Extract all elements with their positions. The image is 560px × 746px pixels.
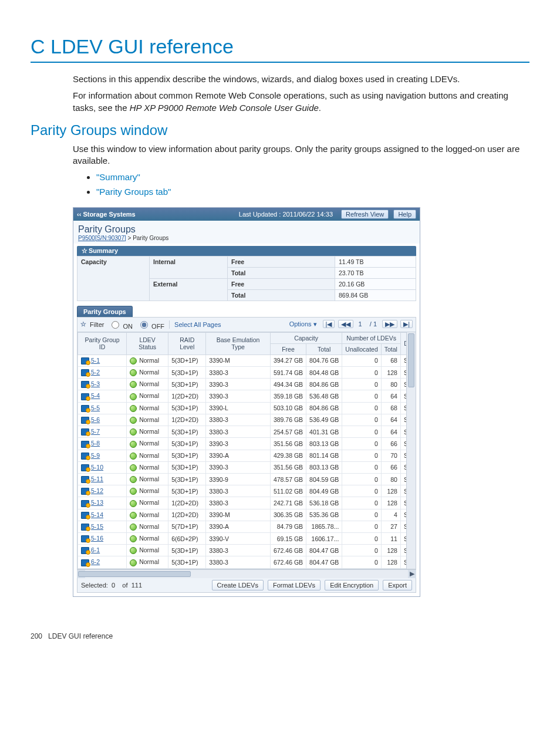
col-capacity-free[interactable]: Free	[270, 343, 306, 355]
scroll-right-icon[interactable]: ▶	[408, 570, 416, 578]
link-parity-groups-tab[interactable]: "Parity Groups tab"	[96, 187, 171, 197]
pager-page-total: / 1	[367, 320, 379, 328]
table-row[interactable]: 5-14Normal1(2D+2D)3390-M306.35 GB535.36 …	[78, 509, 416, 521]
emulation-type-value: 3390-A	[206, 521, 271, 532]
table-row[interactable]: 5-12Normal5(3D+1P)3380-3511.02 GB804.49 …	[78, 485, 416, 497]
table-row[interactable]: 5-6Normal1(2D+2D)3380-3389.76 GB536.49 G…	[78, 414, 416, 426]
parity-group-id-link[interactable]: 5-15	[91, 523, 103, 530]
intro-paragraph-2: For information about common Remote Web …	[73, 90, 529, 114]
titlebar-context[interactable]: Storage Systems	[83, 211, 135, 218]
table-row[interactable]: 6-2Normal5(3D+1P)3380-3672.46 GB804.47 G…	[78, 556, 416, 568]
options-dropdown[interactable]: Options ▾	[289, 320, 317, 328]
select-all-pages-link[interactable]: Select All Pages	[174, 321, 221, 328]
emulation-type-value: 3390-3	[206, 379, 271, 390]
status-normal-icon	[130, 476, 137, 483]
vertical-scrollbar[interactable]	[406, 332, 416, 569]
col-number-of-ldevs[interactable]: Number of LDEVs	[342, 332, 401, 343]
parity-group-icon	[81, 369, 89, 376]
raid-level-value: 1(2D+2D)	[168, 509, 206, 521]
col-capacity-total[interactable]: Total	[306, 343, 342, 355]
ldevs-total-value: 64	[381, 390, 400, 402]
table-row[interactable]: 5-11Normal5(3D+1P)3390-9478.57 GB804.59 …	[78, 473, 416, 485]
pager-prev-button[interactable]: ◀◀	[338, 320, 353, 328]
parity-group-id-link[interactable]: 5-1	[91, 357, 100, 364]
ldev-status-value: Normal	[139, 357, 159, 364]
parity-group-id-link[interactable]: 5-2	[91, 369, 100, 376]
col-raid-level[interactable]: RAID Level	[168, 332, 206, 355]
parity-group-id-link[interactable]: 5-10	[91, 464, 103, 471]
table-row[interactable]: 5-1Normal5(3D+1P)3390-M394.27 GB804.76 G…	[78, 355, 416, 366]
ldevs-unallocated-value: 0	[342, 545, 381, 556]
parity-group-id-link[interactable]: 5-13	[91, 499, 103, 506]
table-row[interactable]: 5-8Normal5(3D+1P)3390-3351.56 GB803.13 G…	[78, 438, 416, 450]
ldevs-unallocated-value: 0	[342, 461, 381, 473]
emulation-type-value: 3390-3	[206, 461, 271, 473]
col-capacity[interactable]: Capacity	[270, 332, 342, 343]
table-row[interactable]: 5-16Normal6(6D+2P)3390-V69.15 GB1606.17.…	[78, 533, 416, 545]
parity-group-icon	[81, 535, 89, 542]
create-ldevs-button[interactable]: Create LDEVs	[212, 580, 264, 590]
col-ldevs-total[interactable]: Total	[381, 343, 400, 355]
capacity-free-value: 591.74 GB	[270, 366, 306, 378]
parity-group-id-link[interactable]: 6-1	[91, 546, 100, 553]
table-row[interactable]: 5-7Normal5(3D+1P)3380-3254.57 GB401.31 G…	[78, 426, 416, 438]
heading-appendix: C LDEV GUI reference	[31, 35, 529, 63]
parity-group-id-link[interactable]: 5-7	[91, 428, 100, 435]
pager-next-button[interactable]: ▶▶	[382, 320, 397, 328]
back-chevron-icon[interactable]: ‹‹	[77, 211, 81, 218]
link-summary[interactable]: "Summary"	[96, 172, 140, 182]
raid-level-value: 5(7D+1P)	[168, 521, 206, 532]
status-normal-icon	[130, 357, 137, 364]
filter-off-radio[interactable]: OFF	[137, 319, 164, 330]
help-button[interactable]: Help	[393, 210, 416, 219]
col-ldev-status[interactable]: LDEV Status	[127, 332, 168, 355]
parity-group-id-link[interactable]: 5-11	[91, 475, 103, 482]
horizontal-scrollbar[interactable]: ◀ ▶	[77, 569, 416, 578]
summary-internal-header: Internal	[150, 256, 228, 278]
ldev-status-value: Normal	[139, 487, 159, 494]
filter-on-radio[interactable]: ON	[109, 319, 133, 330]
col-ldevs-unallocated[interactable]: Unallocated	[342, 343, 381, 355]
tab-parity-groups[interactable]: Parity Groups	[77, 306, 133, 317]
col-base-emulation-type[interactable]: Base Emulation Type	[206, 332, 271, 355]
table-row[interactable]: 5-10Normal5(3D+1P)3390-3351.56 GB803.13 …	[78, 461, 416, 473]
parity-group-id-link[interactable]: 5-14	[91, 511, 103, 518]
parity-group-id-link[interactable]: 5-4	[91, 392, 100, 399]
edit-encryption-button[interactable]: Edit Encryption	[325, 580, 379, 590]
capacity-free-value: 511.02 GB	[270, 485, 306, 497]
table-row[interactable]: 6-1Normal5(3D+1P)3380-3672.46 GB804.47 G…	[78, 545, 416, 556]
format-ldevs-button[interactable]: Format LDEVs	[268, 580, 321, 590]
parity-group-id-link[interactable]: 5-9	[91, 452, 100, 459]
breadcrumb-system-link[interactable]: P9500[S/N:90307]	[78, 235, 126, 241]
parity-group-id-link[interactable]: 5-12	[91, 487, 103, 494]
export-button[interactable]: Export	[383, 580, 412, 590]
parity-group-id-link[interactable]: 5-3	[91, 380, 100, 387]
parity-group-id-link[interactable]: 5-16	[91, 535, 103, 542]
summary-section-header[interactable]: ☆ Summary	[77, 246, 416, 256]
table-row[interactable]: 5-9Normal5(3D+1P)3390-A429.38 GB801.14 G…	[78, 450, 416, 461]
table-row[interactable]: 5-15Normal5(7D+1P)3390-A84.79 GB1865.78.…	[78, 521, 416, 532]
parity-group-id-link[interactable]: 6-2	[91, 558, 100, 565]
emulation-type-value: 3380-3	[206, 545, 271, 556]
collapse-icon: ☆	[80, 320, 85, 328]
refresh-view-button[interactable]: Refresh View	[341, 210, 389, 219]
capacity-total-value: 804.59 GB	[306, 473, 342, 485]
table-row[interactable]: 5-2Normal5(3D+1P)3380-3591.74 GB804.48 G…	[78, 366, 416, 378]
table-row[interactable]: 5-5Normal5(3D+1P)3390-L503.10 GB804.86 G…	[78, 402, 416, 414]
summary-external-free-label: Free	[228, 278, 335, 289]
titlebar: ‹‹ Storage Systems Last Updated : 2011/0…	[73, 208, 420, 221]
parity-group-id-link[interactable]: 5-5	[91, 404, 100, 411]
table-row[interactable]: 5-13Normal1(2D+2D)3380-3242.71 GB536.18 …	[78, 497, 416, 509]
table-row[interactable]: 5-3Normal5(3D+1P)3390-3494.34 GB804.86 G…	[78, 379, 416, 390]
parity-group-id-link[interactable]: 5-8	[91, 440, 100, 447]
status-normal-icon	[130, 535, 137, 542]
capacity-total-value: 535.36 GB	[306, 509, 342, 521]
parity-group-id-link[interactable]: 5-6	[91, 416, 100, 423]
raid-level-value: 5(3D+1P)	[168, 545, 206, 556]
pager-last-button[interactable]: ▶|	[400, 320, 413, 328]
ldevs-total-value: 68	[381, 402, 400, 414]
col-parity-group-id[interactable]: Parity Group ID	[78, 332, 127, 355]
table-row[interactable]: 5-4Normal1(2D+2D)3390-3359.18 GB536.48 G…	[78, 390, 416, 402]
intro-paragraph-2c: .	[319, 103, 321, 113]
pager-first-button[interactable]: |◀	[323, 320, 335, 328]
